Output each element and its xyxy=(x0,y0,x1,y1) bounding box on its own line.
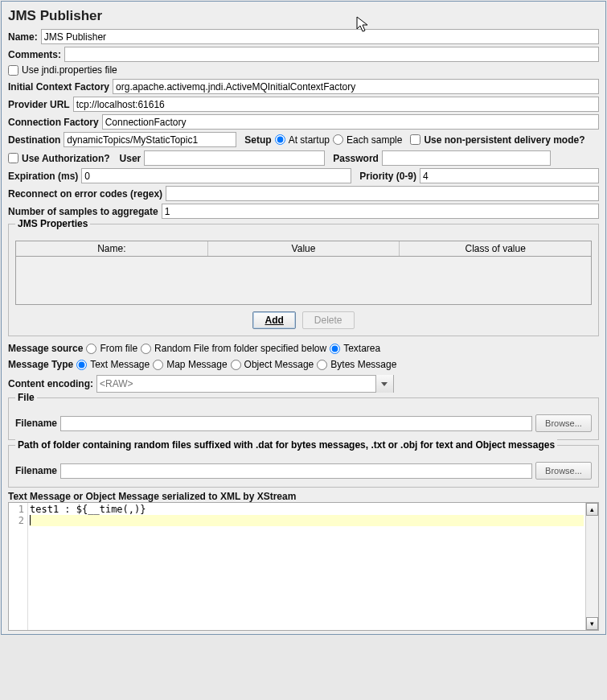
msg-source-file-radio[interactable] xyxy=(86,344,96,354)
jms-properties-legend: JMS Properties xyxy=(15,218,90,229)
nonpersist-label: Use non-persistent delivery mode? xyxy=(424,134,584,146)
msg-type-object-label: Object Message xyxy=(244,359,314,370)
icf-input[interactable] xyxy=(113,79,599,94)
file-filename-input[interactable] xyxy=(60,416,532,431)
textmsg-label: Text Message or Object Message serialize… xyxy=(8,491,296,502)
priority-label: Priority (0-9) xyxy=(359,171,416,182)
reconnect-label: Reconnect on error codes (regex) xyxy=(8,188,162,200)
aggregate-input[interactable] xyxy=(162,204,599,219)
comments-label: Comments: xyxy=(8,49,61,60)
encoding-input[interactable] xyxy=(97,376,375,392)
panel-title: JMS Publisher xyxy=(8,8,599,24)
file-fieldset: File Filename Browse... xyxy=(8,397,599,440)
folder-fieldset: Path of folder containing random files s… xyxy=(8,445,599,488)
provider-url-input[interactable] xyxy=(73,97,599,112)
editor-scrollbar[interactable]: ▴ ▾ xyxy=(585,503,598,630)
setup-eachsample-label: Each sample xyxy=(347,134,402,146)
use-jndi-checkbox[interactable] xyxy=(8,65,18,76)
msg-type-map-radio[interactable] xyxy=(153,360,163,370)
scroll-up-icon[interactable]: ▴ xyxy=(586,503,598,516)
msg-type-object-radio[interactable] xyxy=(231,360,241,370)
editor-gutter: 12 xyxy=(9,503,28,630)
provider-url-label: Provider URL xyxy=(8,99,70,110)
msg-type-bytes-label: Bytes Message xyxy=(330,359,396,370)
msg-source-random-radio[interactable] xyxy=(141,344,151,354)
msg-source-textarea-label: Textarea xyxy=(343,343,380,354)
conn-factory-label: Connection Factory xyxy=(8,117,99,128)
use-auth-label: Use Authorization? xyxy=(22,153,110,164)
folder-legend: Path of folder containing random files s… xyxy=(15,439,557,451)
folder-filename-input[interactable] xyxy=(60,463,532,479)
jms-col-name[interactable]: Name: xyxy=(16,241,208,256)
folder-filename-label: Filename xyxy=(15,465,57,476)
encoding-label: Content encoding: xyxy=(8,378,93,389)
icf-label: Initial Context Factory xyxy=(8,81,109,93)
name-input[interactable] xyxy=(41,29,599,44)
msg-type-label: Message Type xyxy=(8,359,73,370)
user-label: User xyxy=(120,153,141,164)
use-jndi-label: Use jndi.properties file xyxy=(22,64,117,76)
aggregate-label: Number of samples to aggregate xyxy=(8,206,158,217)
password-label: Password xyxy=(333,153,379,164)
encoding-dropdown-button[interactable] xyxy=(375,375,393,393)
user-input[interactable] xyxy=(144,150,325,166)
destination-label: Destination xyxy=(8,134,60,146)
nonpersist-checkbox[interactable] xyxy=(410,134,420,145)
msg-type-map-label: Map Message xyxy=(166,359,227,370)
jms-col-value[interactable]: Value xyxy=(208,241,400,256)
reconnect-input[interactable] xyxy=(166,186,599,201)
delete-button: Delete xyxy=(302,311,355,329)
folder-browse-button[interactable]: Browse... xyxy=(535,462,592,480)
setup-label: Setup xyxy=(244,134,271,146)
msg-source-file-label: From file xyxy=(100,343,137,354)
destination-input[interactable] xyxy=(64,132,236,147)
msg-source-label: Message source xyxy=(8,343,83,354)
msg-type-text-label: Text Message xyxy=(90,359,150,370)
jms-col-class[interactable]: Class of value xyxy=(400,241,591,256)
file-filename-label: Filename xyxy=(15,418,57,429)
name-label: Name: xyxy=(8,31,38,43)
setup-eachsample-radio[interactable] xyxy=(333,134,343,145)
jms-properties-fieldset: JMS Properties Name: Value Class of valu… xyxy=(8,224,599,336)
setup-startup-radio[interactable] xyxy=(275,134,285,145)
msg-source-random-label: Random File from folder specified below xyxy=(154,343,326,354)
expiration-label: Expiration (ms) xyxy=(8,171,78,182)
file-browse-button[interactable]: Browse... xyxy=(535,414,592,432)
code-line-2 xyxy=(30,515,584,526)
jms-properties-table[interactable]: Name: Value Class of value xyxy=(15,241,592,305)
conn-factory-input[interactable] xyxy=(102,114,599,130)
msg-type-bytes-radio[interactable] xyxy=(317,360,327,370)
textmsg-editor[interactable]: 12 test1 : ${__time(,)} ▴ ▾ xyxy=(8,502,599,631)
expiration-input[interactable] xyxy=(81,168,351,183)
msg-type-text-radio[interactable] xyxy=(76,360,87,370)
priority-input[interactable] xyxy=(420,168,599,183)
msg-source-textarea-radio[interactable] xyxy=(330,344,340,354)
comments-input[interactable] xyxy=(64,47,599,62)
use-auth-checkbox[interactable] xyxy=(8,153,18,163)
code-line-1: test1 : ${__time(,)} xyxy=(30,504,584,515)
add-button[interactable]: Add xyxy=(252,311,295,329)
editor-code[interactable]: test1 : ${__time(,)} xyxy=(28,503,585,630)
setup-startup-label: At startup xyxy=(289,134,330,146)
password-input[interactable] xyxy=(382,150,551,166)
file-legend: File xyxy=(15,392,37,403)
scroll-down-icon[interactable]: ▾ xyxy=(586,617,598,630)
chevron-down-icon xyxy=(381,382,388,386)
encoding-combo[interactable] xyxy=(96,375,394,393)
